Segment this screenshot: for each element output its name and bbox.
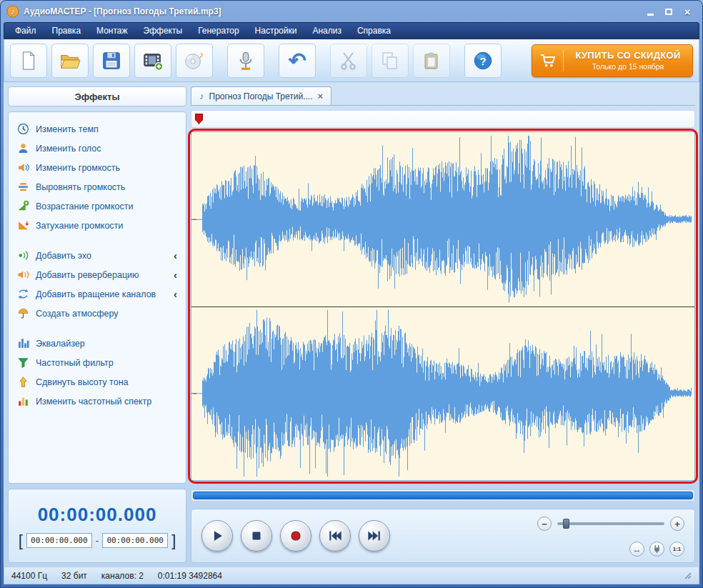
skip-forward-button[interactable] xyxy=(359,520,390,552)
record-audio-button[interactable] xyxy=(227,44,264,78)
effects-group-gap xyxy=(13,323,181,334)
effect-frequency-spectrum[interactable]: Изменить частотный спектр xyxy=(13,392,181,411)
voice-person-icon xyxy=(17,142,29,154)
toolbar-separator xyxy=(320,43,326,78)
effect-label: Добавить вращение каналов xyxy=(36,289,156,299)
help-button[interactable]: ? xyxy=(464,44,502,78)
skip-back-icon xyxy=(327,528,343,544)
effect-create-atmosphere[interactable]: Создать атмосферу xyxy=(13,304,181,323)
effect-add-reverb[interactable]: Добавить реверберацию ‹ xyxy=(13,265,181,284)
view-buttons-row: ↔ 1:1 xyxy=(629,542,684,557)
menu-help[interactable]: Справка xyxy=(349,23,399,39)
buy-sublabel: Только до 15 ноября xyxy=(571,62,685,71)
menu-montage[interactable]: Монтаж xyxy=(89,23,136,39)
horizontal-scrollbar[interactable] xyxy=(191,489,695,502)
selection-end-input[interactable] xyxy=(102,533,168,548)
paste-button[interactable] xyxy=(413,44,450,78)
effect-pitch-shift[interactable]: Сдвинуть высоту тона xyxy=(13,372,181,392)
undo-button[interactable]: ↶ xyxy=(279,44,316,78)
menu-file[interactable]: Файл xyxy=(7,23,44,39)
save-floppy-icon xyxy=(101,50,122,71)
grab-from-cd-button[interactable]: ♪ xyxy=(176,44,213,78)
svg-text:♪: ♪ xyxy=(11,7,15,16)
pitch-arrow-icon xyxy=(17,376,29,388)
toolbar-separator xyxy=(269,43,274,78)
waveform-canvas[interactable] xyxy=(191,132,694,480)
playhead-marker[interactable] xyxy=(195,114,203,124)
effect-label: Изменить темп xyxy=(36,124,99,134)
app-window: ♪ АудиоМАСТЕР - [Прогноз Погоды Третий.m… xyxy=(0,0,703,588)
connect-plug-button[interactable] xyxy=(649,542,664,557)
fit-horizontal-button[interactable]: ↔ xyxy=(629,542,644,557)
close-button[interactable]: × xyxy=(681,6,694,17)
effects-panel-header: Эффекты xyxy=(8,86,186,106)
play-icon xyxy=(209,528,225,544)
help-icon: ? xyxy=(472,50,494,71)
expand-chevron-icon[interactable]: ‹ xyxy=(174,269,177,280)
resize-grip-icon[interactable] xyxy=(682,570,692,582)
record-button[interactable] xyxy=(280,520,311,552)
effect-normalize-volume[interactable]: Выровнять громкость xyxy=(13,177,181,196)
new-file-icon xyxy=(18,50,39,71)
menu-effects[interactable]: Эффекты xyxy=(136,23,191,39)
zoom-slider-thumb[interactable] xyxy=(563,519,569,529)
stop-icon xyxy=(249,528,264,544)
tab-current-file[interactable]: ♪ Прогноз Погоды Третий.... × xyxy=(191,86,331,105)
menu-generator[interactable]: Генератор xyxy=(190,23,246,39)
plug-icon xyxy=(652,544,662,554)
expand-chevron-icon[interactable]: ‹ xyxy=(174,250,177,261)
skip-back-button[interactable] xyxy=(319,520,351,552)
effect-add-echo[interactable]: Добавить эхо ‹ xyxy=(13,246,181,265)
effect-channel-rotation[interactable]: Добавить вращение каналов ‹ xyxy=(13,284,181,304)
menu-edit[interactable]: Правка xyxy=(44,23,89,39)
zoom-in-button[interactable]: + xyxy=(670,517,684,531)
open-file-button[interactable] xyxy=(51,44,89,78)
menu-settings[interactable]: Настройки xyxy=(247,23,305,39)
microphone-icon xyxy=(235,50,256,71)
save-file-button[interactable] xyxy=(93,44,130,78)
effect-label: Затухание громкости xyxy=(36,221,123,231)
new-file-button[interactable] xyxy=(10,44,47,78)
effect-frequency-filter[interactable]: Частотный фильтр xyxy=(13,353,181,372)
effect-equalizer[interactable]: Эквалайзер xyxy=(13,334,181,353)
effect-change-tempo[interactable]: Изменить темп xyxy=(13,119,181,139)
zoom-one-to-one-button[interactable]: 1:1 xyxy=(669,542,684,557)
play-button[interactable] xyxy=(201,520,233,552)
app-icon: ♪ xyxy=(6,5,19,18)
menu-analysis[interactable]: Анализ xyxy=(304,23,349,39)
expand-chevron-icon[interactable]: ‹ xyxy=(174,289,177,299)
current-time-display: 00:00:00.000 xyxy=(38,504,157,526)
scrollbar-thumb[interactable] xyxy=(193,492,693,499)
effects-group-gap xyxy=(13,235,181,246)
timeline-ruler[interactable] xyxy=(191,110,695,128)
effect-label: Создать атмосферу xyxy=(36,309,118,319)
selection-start-input[interactable] xyxy=(26,533,92,548)
bracket-left: [ xyxy=(19,533,23,549)
copy-button[interactable] xyxy=(372,44,409,78)
fade-out-icon xyxy=(17,219,29,231)
effect-label: Добавить эхо xyxy=(36,251,91,261)
effect-fade-out[interactable]: Затухание громкости xyxy=(13,216,181,235)
cut-button[interactable] xyxy=(330,44,367,78)
import-from-video-button[interactable] xyxy=(134,44,171,78)
maximize-button[interactable] xyxy=(662,6,675,17)
zoom-slider-row: − + xyxy=(537,517,684,531)
status-bit-depth: 32 бит xyxy=(61,571,87,581)
tab-close-icon[interactable]: × xyxy=(317,91,323,101)
zoom-slider[interactable] xyxy=(557,522,664,525)
effect-fade-in[interactable]: Возрастание громкости xyxy=(13,196,181,216)
tempo-clock-icon xyxy=(17,123,29,135)
minimize-button[interactable] xyxy=(644,6,657,17)
title-bar[interactable]: ♪ АудиоМАСТЕР - [Прогноз Погоды Третий.m… xyxy=(4,1,699,22)
buy-discount-button[interactable]: КУПИТЬ СО СКИДКОЙ Только до 15 ноября xyxy=(532,44,693,77)
zoom-out-button[interactable]: − xyxy=(537,517,552,531)
effect-change-volume[interactable]: Изменить громкость xyxy=(13,158,181,177)
window-title: АудиоМАСТЕР - [Прогноз Погоды Третий.mp3… xyxy=(24,6,639,16)
record-icon xyxy=(288,528,304,544)
menu-bar: Файл Правка Монтаж Эффекты Генератор Нас… xyxy=(4,22,699,39)
toolbar-separator xyxy=(454,43,460,78)
effect-change-voice[interactable]: Изменить голос xyxy=(13,139,181,158)
time-panel: 00:00:00.000 [ - ] xyxy=(8,489,186,563)
stop-button[interactable] xyxy=(241,520,272,552)
bracket-right: ] xyxy=(171,533,176,549)
